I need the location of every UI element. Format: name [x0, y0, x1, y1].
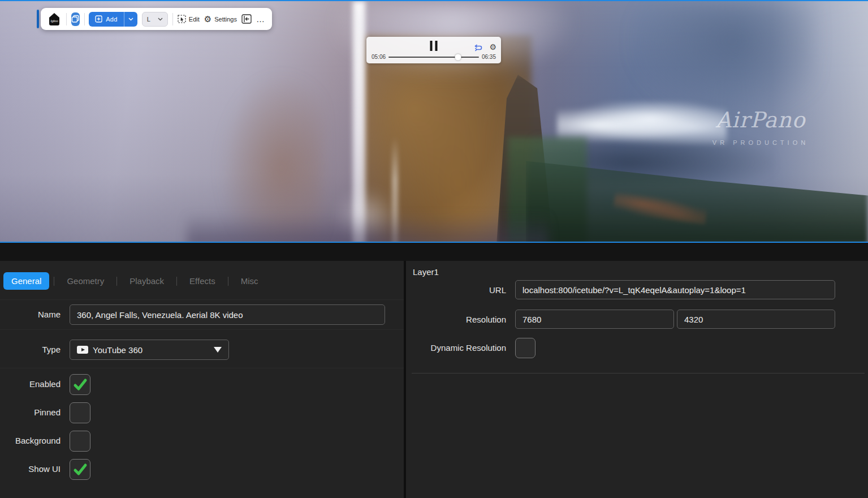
- panorama-mountain-ridge: [532, 130, 775, 184]
- background-label: Background: [0, 436, 61, 445]
- settings-button[interactable]: ⚙ Settings: [204, 15, 237, 23]
- panorama-cliff: [362, 35, 532, 243]
- panel-collapse-icon: [241, 14, 252, 24]
- svg-text:Igloo: Igloo: [50, 19, 58, 23]
- tab-geometry[interactable]: Geometry: [59, 272, 112, 290]
- tab-separator: [228, 277, 228, 286]
- more-icon: …: [256, 14, 266, 24]
- enabled-label: Enabled: [0, 379, 61, 389]
- panorama-waterfall-secondary: [392, 137, 398, 243]
- dynamic-resolution-checkbox[interactable]: [515, 338, 536, 358]
- checkmark-icon: [72, 378, 88, 392]
- layer-select-value: L: [147, 16, 150, 23]
- add-dropdown-chevron[interactable]: [124, 18, 137, 21]
- type-label: Type: [0, 345, 61, 354]
- dynamic-resolution-label: Dynamic Resolution: [406, 343, 506, 353]
- layers-button[interactable]: [71, 12, 80, 26]
- add-button-main[interactable]: Add: [89, 15, 123, 23]
- settings-button-label: Settings: [214, 16, 237, 23]
- row-divider: [0, 299, 404, 300]
- igloo-logo-icon[interactable]: Igloo: [47, 12, 62, 27]
- panorama-rock-spire: [496, 75, 553, 243]
- gear-icon: ⚙: [489, 42, 496, 51]
- name-label: Name: [0, 310, 61, 319]
- youtube-icon: [77, 346, 88, 354]
- add-plus-icon: [95, 15, 102, 23]
- enabled-checkbox[interactable]: [70, 374, 90, 395]
- name-input[interactable]: [70, 304, 385, 325]
- toolbar-separator: [84, 13, 85, 25]
- toolbar-accent-bar: [37, 10, 39, 28]
- duration-time: 06:35: [482, 54, 496, 60]
- resolution-label: Resolution: [406, 315, 506, 324]
- panorama-waterfall-mist: [335, 188, 397, 243]
- edit-button-label: Edit: [189, 16, 200, 23]
- app-window: AirPano VR PRODUCTION Igloo: [0, 0, 868, 498]
- tab-general[interactable]: General: [3, 272, 49, 290]
- floating-toolbar: Igloo Add: [41, 8, 272, 30]
- collapse-panel-button[interactable]: [241, 14, 252, 24]
- gear-icon: ⚙: [204, 15, 211, 23]
- resolution-height-input[interactable]: [677, 310, 835, 329]
- video-player-controls: ⚙ 05:06 06:35: [366, 37, 501, 63]
- url-label: URL: [406, 285, 506, 295]
- loop-icon: [473, 44, 483, 51]
- row-divider: [0, 368, 404, 368]
- airpano-watermark: AirPano VR PRODUCTION: [710, 108, 811, 146]
- tab-separator: [54, 277, 54, 286]
- toolbar-separator: [172, 13, 173, 25]
- show-ui-checkbox[interactable]: [70, 459, 90, 480]
- layer-source-panel: Layer1 URL Resolution Dynamic Resolution: [406, 261, 868, 498]
- pause-button[interactable]: [430, 41, 438, 51]
- add-button[interactable]: Add: [89, 12, 137, 27]
- url-input[interactable]: [515, 280, 835, 299]
- layer-title: Layer1: [413, 267, 439, 277]
- panorama-green-slope: [508, 137, 587, 243]
- loop-button[interactable]: [473, 44, 483, 54]
- pause-bar: [430, 41, 433, 51]
- panorama-waterfall: [353, 1, 365, 243]
- layer-general-panel: General Geometry Playback Effects Misc N…: [0, 261, 404, 498]
- settings-panels: General Geometry Playback Effects Misc N…: [0, 261, 868, 498]
- panorama-jungle-valley: [526, 143, 868, 243]
- panorama-dark-sky: [633, 1, 814, 114]
- resolution-width-input[interactable]: [515, 310, 674, 329]
- checkmark-icon: [72, 463, 88, 476]
- more-button[interactable]: …: [256, 14, 266, 24]
- elapsed-time: 05:06: [372, 54, 386, 60]
- layer-select-dropdown[interactable]: L: [142, 12, 169, 27]
- panorama-river: [612, 192, 707, 225]
- type-dropdown[interactable]: YouTube 360: [70, 340, 229, 360]
- letterbox-bar: [0, 243, 868, 261]
- panorama-clouds: [557, 102, 727, 144]
- player-progress-track[interactable]: [388, 57, 479, 58]
- tab-bar: General Geometry Playback Effects Misc: [3, 272, 266, 290]
- row-divider: [0, 329, 404, 330]
- type-dropdown-value: YouTube 360: [93, 345, 142, 355]
- background-checkbox[interactable]: [70, 431, 90, 452]
- edit-button[interactable]: Edit: [178, 15, 200, 23]
- chevron-down-icon: [158, 18, 163, 21]
- edit-selection-icon: [178, 15, 186, 23]
- panorama-left-cliff-haze: [221, 75, 322, 243]
- player-settings-button[interactable]: ⚙: [489, 42, 496, 51]
- pause-bar: [435, 41, 438, 51]
- airpano-watermark-subtitle: VR PRODUCTION: [710, 139, 811, 146]
- add-button-label: Add: [106, 16, 117, 23]
- player-progress-row: 05:06 06:35: [366, 54, 501, 60]
- pinned-label: Pinned: [0, 407, 61, 417]
- video-viewport[interactable]: AirPano VR PRODUCTION Igloo: [0, 0, 868, 243]
- dropdown-arrow-icon: [214, 347, 222, 353]
- toolbar-separator: [66, 13, 67, 25]
- airpano-watermark-title: AirPano: [710, 108, 811, 132]
- tab-playback[interactable]: Playback: [122, 272, 172, 290]
- player-progress-thumb[interactable]: [455, 54, 461, 60]
- tab-misc[interactable]: Misc: [233, 272, 266, 290]
- tab-effects[interactable]: Effects: [182, 272, 223, 290]
- pinned-checkbox[interactable]: [70, 402, 90, 423]
- tab-separator: [116, 277, 117, 286]
- tab-separator: [176, 277, 177, 286]
- panorama-bottom-shadow: [187, 213, 549, 243]
- show-ui-label: Show UI: [0, 464, 61, 474]
- panel-bottom-border: [412, 373, 865, 374]
